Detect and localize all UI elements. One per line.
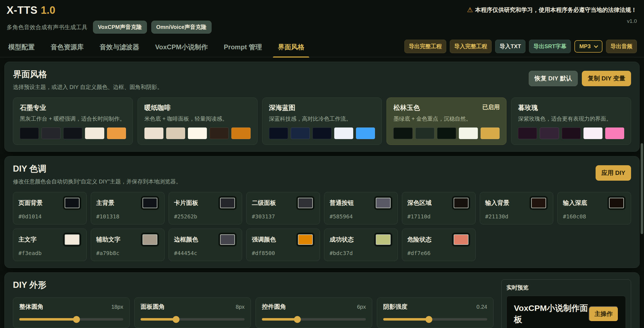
header-badge-1[interactable]: OmniVoice声音克隆 (151, 21, 212, 34)
theme-panel-title: 界面风格 (13, 69, 163, 80)
slider-card-3: 阴影强度0.24 (377, 297, 494, 328)
action-buttons: 导出完整工程导入完整工程导入TXT导出SRT字幕MP3导出音频 (404, 40, 637, 53)
color-picker-10[interactable] (218, 233, 237, 246)
color-tile-row-13: 危险状态 (407, 233, 470, 246)
header-badge-0[interactable]: VoxCPM声音克隆 (93, 21, 147, 34)
theme-swatch-1-4 (231, 128, 250, 139)
action-button-2[interactable]: 导入TXT (495, 40, 525, 53)
color-picker-4[interactable] (374, 196, 392, 210)
slider-card-2: 控件圆角6px (256, 297, 372, 328)
theme-card-3[interactable]: 松林玉色已启用墨绿底 + 金色重点，沉稳自然。 (387, 97, 506, 145)
slider-track-0[interactable] (19, 318, 123, 321)
action-button-4[interactable]: MP3 (574, 40, 602, 53)
nav-tab-0[interactable]: 模型配置 (8, 43, 35, 57)
theme-swatch-4-4 (605, 128, 624, 139)
version-label: v1.0 (467, 18, 637, 24)
scrollbar-thumb[interactable] (641, 143, 643, 234)
color-tile-row-4: 普通按钮 (330, 196, 392, 210)
apply-diy-button[interactable]: 应用 DIY (596, 165, 631, 181)
color-tile-row-11: 强调颜色 (252, 233, 314, 246)
title-row: X-TTS 1.0 (7, 4, 212, 16)
theme-swatch-1-0 (144, 128, 163, 139)
slider-value-0: 18px (111, 304, 123, 310)
slider-thumb-3[interactable] (426, 316, 432, 323)
color-tile-row-8: 主文字 (18, 233, 81, 246)
action-button-5[interactable]: 导出音频 (606, 40, 637, 53)
color-picker-7[interactable] (607, 196, 626, 210)
theme-desc-2: 深蓝科技感，高对比冷色工作流。 (269, 115, 375, 123)
action-button-0[interactable]: 导出完整工程 (404, 40, 446, 53)
preview-primary-button[interactable]: 主操作 (589, 306, 618, 322)
app-version: 1.0 (41, 4, 55, 16)
action-button-label-5: 导出音频 (610, 43, 632, 49)
theme-panel-subtitle: 选择预设主题，或进入 DIY 自定义颜色、边框、圆角和阴影。 (13, 83, 163, 91)
color-picker-11[interactable] (296, 233, 314, 246)
slider-card-row-2: 控件圆角6px (262, 303, 366, 311)
color-hex-8: #f3eadb (18, 250, 81, 256)
color-picker-swatch-2 (220, 198, 235, 208)
color-tile-row-9: 辅助文字 (96, 233, 159, 246)
slider-card-1: 面板圆角8px (134, 297, 251, 328)
color-hex-3: #303137 (252, 213, 314, 220)
color-hex-1: #101318 (96, 213, 159, 220)
theme-swatch-0-0 (20, 128, 39, 139)
theme-swatch-3-0 (393, 128, 412, 139)
theme-card-4[interactable]: 暮玫瑰深紫玫瑰色，适合更有表现力的界面。 (511, 97, 631, 145)
nav-tab-3[interactable]: VoxCPM小说制作 (155, 43, 208, 57)
color-picker-1[interactable] (141, 196, 159, 210)
tab-bar-row: 模型配置音色资源库音效与滤波器VoxCPM小说制作Prompt 管理界面风格 导… (0, 40, 644, 57)
diy-shape-panel: DIY 外形 整体圆角18px面板圆角8px控件圆角6px阴影强度0.24 实时… (4, 272, 640, 328)
theme-swatch-0-2 (63, 128, 82, 139)
theme-card-0[interactable]: 石墨专业黑灰工作台 + 暖橙强调，适合长时间制作。 (13, 97, 133, 145)
restore-diy-default-button[interactable]: 恢复 DIY 默认 (529, 71, 578, 86)
color-hex-0: #0d1014 (18, 213, 81, 220)
slider-thumb-1[interactable] (172, 316, 179, 323)
theme-card-head-2: 深海蓝图 (269, 103, 375, 112)
color-picker-9[interactable] (141, 233, 159, 246)
slider-track-1[interactable] (141, 318, 245, 321)
color-tile-row-6: 输入背景 (485, 196, 548, 210)
slider-thumb-2[interactable] (294, 316, 301, 323)
color-tile-12: 成功状态#bdc37d (324, 229, 398, 261)
header-right: ⚠ 本程序仅供研究和学习，使用本程序务必遵守当地的法律法规！ v1.0 (467, 4, 637, 34)
action-button-label-2: 导入TXT (500, 43, 521, 49)
slider-label-0: 整体圆角 (19, 303, 43, 311)
color-picker-swatch-5 (454, 198, 468, 208)
slider-thumb-0[interactable] (73, 316, 80, 323)
slider-track-2[interactable] (262, 318, 366, 321)
diy-colors-head: DIY 色调 修改任意颜色会自动切换到“自定义 DIY”主题，并保存到本地浏览器… (13, 163, 631, 185)
slider-track-3[interactable] (383, 318, 487, 321)
color-picker-3[interactable] (296, 196, 314, 210)
theme-swatch-2-0 (269, 128, 288, 139)
color-picker-5[interactable] (452, 196, 470, 210)
theme-card-2[interactable]: 深海蓝图深蓝科技感，高对比冷色工作流。 (262, 97, 382, 145)
color-picker-2[interactable] (218, 196, 237, 210)
nav-tab-2[interactable]: 音效与滤波器 (100, 43, 139, 57)
copy-diy-variables-button[interactable]: 复制 DIY 变量 (582, 71, 631, 86)
color-picker-swatch-8 (65, 234, 80, 245)
nav-tab-4[interactable]: Prompt 管理 (224, 43, 262, 57)
page: X-TTS 1.0 多角色音效合成有声书生成工具 VoxCPM声音克隆OmniV… (0, 0, 644, 328)
color-picker-0[interactable] (63, 196, 81, 210)
color-picker-8[interactable] (63, 233, 81, 246)
theme-swatch-4-3 (583, 128, 602, 139)
theme-card-1[interactable]: 暖纸咖啡米色底 + 咖啡面板，轻量阅读感。 (138, 97, 257, 145)
nav-tab-1[interactable]: 音色资源库 (51, 43, 84, 57)
theme-swatch-2-2 (313, 128, 331, 139)
color-picker-13[interactable] (452, 233, 470, 246)
nav-tab-5[interactable]: 界面风格 (278, 43, 304, 57)
slider-value-1: 8px (236, 304, 245, 310)
theme-name-1: 暖纸咖啡 (144, 103, 171, 112)
preview-panel: VoxCPM小说制作面板 主操作 角色台词与音效设置 普通按钮 危险 (506, 296, 626, 328)
color-picker-6[interactable] (530, 196, 548, 210)
theme-desc-4: 深紫玫瑰色，适合更有表现力的界面。 (518, 115, 624, 123)
color-label-7: 输入深底 (563, 199, 587, 207)
warning-text: 本程序仅供研究和学习，使用本程序务必遵守当地的法律法规！ (475, 6, 637, 14)
action-button-3[interactable]: 导出SRT字幕 (529, 40, 571, 53)
color-tile-7: 输入深底#160c08 (557, 192, 631, 224)
theme-swatch-1-3 (210, 128, 229, 139)
action-button-1[interactable]: 导入完整工程 (450, 40, 492, 53)
color-picker-12[interactable] (374, 233, 392, 246)
slider-grid: 整体圆角18px面板圆角8px控件圆角6px阴影强度0.24 (13, 297, 494, 328)
theme-name-2: 深海蓝图 (269, 103, 295, 112)
